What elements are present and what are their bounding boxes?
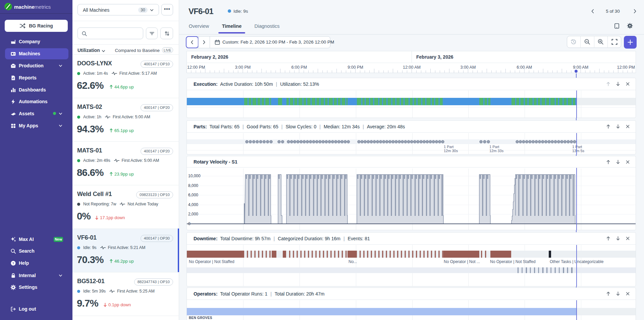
svg-text:?: ?	[12, 261, 14, 265]
